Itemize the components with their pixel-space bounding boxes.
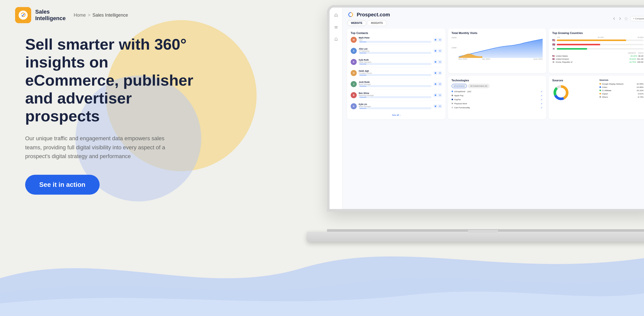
contact-btn-6[interactable] [438, 60, 442, 64]
col-header-growth: GROWTH [628, 52, 636, 54]
logo-text-sales: Sales [35, 9, 66, 15]
tech-tab-subdomains[interactable]: All Subdomains (6) [468, 84, 490, 88]
contact-role-josh: Brand Manager [359, 83, 431, 85]
x-label-june: June 2021 [533, 58, 543, 60]
legend-row-criteo: Criteo 24.96% [599, 86, 643, 88]
table-row-uk: 🇬🇧 United Kindom 25.63% 511.4K [552, 58, 643, 60]
tech-check-apple: ✓ [541, 94, 543, 97]
tech-row-paypal: PayPal ✓ [452, 98, 543, 101]
see-all-link[interactable]: See all ↓ [351, 114, 442, 116]
chart-area: 200M 100M [452, 37, 543, 59]
breadcrumb-home[interactable]: Home [74, 13, 86, 18]
tech-check-eshop: ✓ [541, 90, 543, 93]
y-label-200m: 200M [452, 37, 457, 39]
contact-btn-12[interactable] [438, 93, 442, 97]
tech-title: Technologies [452, 79, 543, 82]
svg-rect-11 [439, 61, 441, 62]
countries-table: GROWTH VISITS 🇺🇸 United States 40.39% [552, 52, 643, 63]
contact-info-mark: Mark Peter CEO Executive [359, 37, 431, 43]
sources-legend-title: Sources [599, 79, 643, 81]
monthly-visits-title: Total Monthly Visits [452, 31, 543, 34]
laptop-base [307, 232, 644, 242]
contact-btn-5[interactable] [433, 60, 437, 64]
svg-rect-15 [439, 84, 441, 85]
contact-name-kyle: Kyle Ruth [359, 59, 431, 61]
tech-label-cart: Cart Functionality [454, 107, 470, 109]
contact-tag-mark: Executive [359, 41, 431, 43]
country-name-kr: 🇰🇷 Korea, Republic of [552, 61, 628, 63]
contact-actions-kyle2 [433, 104, 442, 108]
contact-row-kyle2: K Kyle Lin Brand Manager Executive [351, 103, 442, 111]
legend-text-others: Others [602, 96, 608, 98]
main-heading: Sell smarter with 360° insights on eComm… [25, 35, 201, 125]
legend-pct-others: 8.73% [638, 96, 643, 98]
contact-info-heidi: Heidi Jigh President, Direct Executive [359, 70, 431, 76]
contact-btn-8[interactable] [438, 71, 442, 75]
svg-rect-7 [439, 39, 441, 40]
contact-btn-3[interactable] [433, 49, 437, 53]
svg-point-16 [435, 94, 436, 96]
contact-actions-kyle [433, 60, 442, 64]
contact-role-mark: CEO [359, 39, 431, 41]
avatar-kyle: K [351, 59, 357, 65]
col-header-visits: VISITS [638, 52, 643, 54]
svg-point-14 [435, 83, 436, 85]
contact-btn-4[interactable] [438, 49, 442, 53]
legend-dot-google [599, 83, 601, 85]
svg-point-18 [435, 106, 436, 107]
breadcrumb: Home > Sales Intelligence [74, 13, 128, 18]
col-header-country [552, 52, 628, 54]
flag-us: 🇺🇸 [552, 39, 555, 42]
sources-left: Sources [552, 79, 596, 117]
sidebar-bell-icon[interactable] [333, 36, 340, 43]
contact-row-alex: A Alex Lee VP Marketing Executive [351, 48, 442, 56]
legend-text-criteo: Criteo [602, 86, 607, 88]
tech-tab-ecommerce[interactable]: eCommerce [452, 84, 467, 88]
contact-name-ben: Ben Shine [359, 92, 431, 94]
contact-btn-10[interactable] [438, 82, 442, 86]
contact-tag-josh: Executive [359, 85, 431, 87]
header: Sales Intelligence Home > Sales Intellig… [0, 0, 644, 30]
tech-tabs: eCommerce All Subdomains (6) [452, 84, 543, 88]
avatar-ben: B [351, 92, 357, 98]
y-label-100m: 100M [452, 47, 457, 49]
contact-row-mark: M Mark Peter CEO Executive [351, 37, 442, 45]
contact-actions-mark [433, 38, 442, 42]
sub-text: Our unique traffic and engagement data e… [25, 134, 171, 161]
contact-btn-13[interactable] [433, 104, 437, 108]
sources-card: Sources [549, 76, 644, 120]
legend-text-impact: Impact [602, 93, 608, 95]
legend-row-others: Others 8.73% [599, 96, 643, 98]
contact-btn-9[interactable] [433, 82, 437, 86]
technologies-card: Technologies eCommerce All Subdomains (6… [448, 76, 546, 120]
svg-rect-17 [439, 95, 441, 96]
avatar-heidi: H [351, 70, 357, 76]
contact-name-josh: Josh Rode [359, 81, 431, 83]
contact-btn-11[interactable] [433, 93, 437, 97]
contact-tag-kyle2: Executive [359, 107, 431, 109]
laptop-notch [468, 230, 498, 233]
bar-container-kr [557, 48, 643, 50]
contact-info-alex: Alex Lee VP Marketing Executive [359, 48, 431, 54]
laptop-screen: Prospect.com WEBSITE INSIGHTS [327, 5, 644, 212]
breadcrumb-separator: > [88, 13, 91, 18]
contact-role-kyle: Retail Operation [359, 61, 431, 63]
contact-actions-ben [433, 93, 442, 97]
contact-row-heidi: H Heidi Jigh President, Direct Executive [351, 70, 442, 78]
contact-btn-14[interactable] [438, 104, 442, 108]
tech-name-physical: Physical Store [452, 102, 467, 105]
cta-button[interactable]: See it in action [25, 175, 100, 195]
contact-actions-josh [433, 82, 442, 86]
contact-role-alex: VP Marketing [359, 50, 431, 52]
legend-label-impact: Impact [599, 93, 608, 95]
contact-name-kyle2: Kyle Lin [359, 103, 431, 106]
left-content: Sell smarter with 360° insights on eComm… [25, 35, 201, 195]
contact-btn-1[interactable] [433, 38, 437, 42]
visits-kr: 199.9K [637, 61, 643, 63]
legend-dot-impact [599, 93, 601, 94]
flag-uk: 🇬🇧 [552, 43, 555, 46]
contact-btn-2[interactable] [438, 38, 442, 42]
contact-actions-alex [433, 49, 442, 53]
contact-row-josh: J Josh Rode Brand Manager Executive [351, 81, 442, 89]
contact-btn-7[interactable] [433, 71, 437, 75]
